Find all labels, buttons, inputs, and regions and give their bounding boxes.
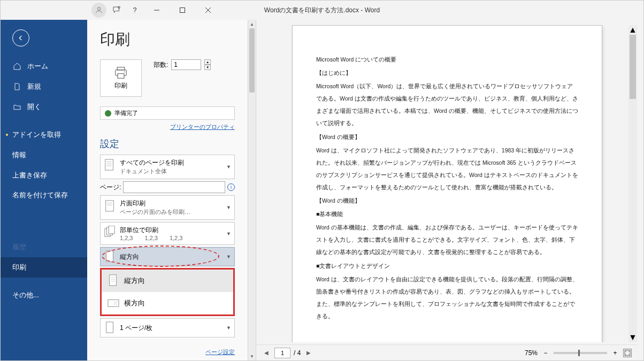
zoom-in-button[interactable]: + [611,349,619,357]
nav-other[interactable]: その他... [1,285,87,305]
nav-item-label: アドインを取得 [12,130,61,140]
nav-save-as[interactable]: 名前を付けて保存 [1,186,87,205]
svg-point-9 [124,71,125,72]
pages-input[interactable] [123,181,225,193]
prev-page-button[interactable]: ◀ [262,348,271,358]
setting-subtitle: ドキュメント全体 [120,167,231,175]
option-label: 縦方向 [124,276,145,286]
svg-rect-19 [109,226,114,234]
zoom-out-button[interactable]: − [542,349,549,357]
preview-text: 【はじめに】 [316,67,578,79]
nav-save[interactable]: 上書き保存 [1,165,87,186]
preview-text: Word の基本機能は、文書の作成、編集、および保存である。ユーザーは、キーボー… [316,221,578,258]
printer-status-box[interactable]: 準備完了 [100,106,235,120]
nav-item-label: 名前を付けて保存 [12,191,68,199]
print-button[interactable]: 印刷 [100,59,142,97]
settings-scrollbar[interactable]: ▲ ▼ [248,20,256,360]
feedback-icon[interactable] [109,2,125,18]
help-button[interactable]: ? [127,2,143,18]
preview-text: Word は、マイクロソフト社によって開発されたソフトウェアであり、1983 年… [316,144,578,194]
copies-input[interactable] [171,59,201,70]
copies-down-button[interactable]: ▼ [204,65,211,70]
svg-rect-20 [106,251,113,262]
svg-rect-28 [106,322,113,333]
svg-rect-21 [110,275,117,286]
nav-item-label: 上書き保存 [12,171,47,180]
current-page-input[interactable] [274,348,290,358]
copies-label: 部数: [154,60,168,70]
setting-title: 1 ページ/枚 [120,324,231,333]
preview-text: 【Word の機能】 [316,195,578,207]
close-button[interactable] [196,2,220,18]
nav-new[interactable]: 新規 [1,76,87,97]
total-pages-label: / 4 [294,349,301,357]
scroll-down-button[interactable]: ▼ [248,352,256,360]
print-preview-pane: Microsoft Word についての概要 【はじめに】 Microsoft … [256,20,643,360]
preview-canvas: Microsoft Word についての概要 【はじめに】 Microsoft … [267,25,627,342]
scroll-thumb[interactable] [249,28,255,93]
zoom-level-label: 75% [525,349,538,357]
setting-title: 部単位で印刷 [120,226,231,235]
setting-title: すべてのページを印刷 [120,158,231,167]
nav-home[interactable]: ホーム [1,56,87,76]
option-label: 横方向 [124,298,145,308]
nav-open[interactable]: 開く [1,97,87,117]
preview-text: Microsoft Word についての概要 [316,53,578,66]
orientation-option-portrait[interactable]: 縦方向 [102,270,233,292]
portrait-icon [107,274,119,288]
svg-point-0 [97,7,100,10]
preview-text: 【Word の概要】 [316,131,578,143]
nav-info[interactable]: 情報 [1,145,87,165]
nav-item-label: 履歴 [12,242,26,252]
account-icon[interactable] [91,3,106,18]
pages-icon [104,158,116,172]
chevron-down-icon: ▼ [226,325,231,331]
maximize-button[interactable] [171,2,194,18]
zoom-fit-button[interactable] [623,349,632,357]
chevron-down-icon: ▼ [226,231,231,236]
nav-item-label: 情報 [12,150,26,160]
zoom-slider[interactable] [554,352,607,354]
nav-print[interactable]: 印刷 [1,257,87,278]
folder-open-icon [12,102,22,112]
scroll-up-button[interactable]: ▲ [628,25,637,35]
info-icon[interactable]: i [227,183,235,191]
nav-item-label: 印刷 [12,263,26,272]
preview-text: ■基本機能 [316,208,578,220]
setting-orientation[interactable]: 縦方向 ▼ [100,247,235,266]
copies-up-button[interactable]: ▲ [204,59,211,65]
next-page-button[interactable]: ▶ [304,348,313,358]
nav-item-label: 開く [27,102,41,112]
svg-rect-25 [108,299,119,306]
scroll-up-button[interactable]: ▲ [248,20,256,28]
backstage-sidebar: ホーム 新規 開く アドインを取得 情報 上書き保存 名前を付けて保存 履歴 印… [1,20,87,360]
svg-rect-8 [118,73,124,78]
nav-item-label: 新規 [27,82,41,91]
page-title: 印刷 [100,29,235,50]
document-icon [12,82,22,91]
scroll-thumb[interactable] [630,35,636,99]
minimize-button[interactable] [145,2,168,18]
single-side-icon [104,199,116,213]
zoom-slider-handle[interactable] [578,350,580,356]
setting-collate[interactable]: 部単位で印刷 1,2,3 1,2,3 1,2,3 ▼ [100,222,235,245]
orientation-option-landscape[interactable]: 横方向 [102,292,233,314]
chevron-down-icon: ▼ [226,164,231,170]
printer-properties-link[interactable]: プリンターのプロパティ [100,123,235,131]
back-button[interactable] [12,29,29,47]
home-icon [12,62,22,71]
nav-item-label: ホーム [27,62,48,71]
nav-get-addins[interactable]: アドインを取得 [1,125,87,145]
page-setup-link[interactable]: ページ設定 [100,345,235,356]
setting-subtitle: 1,2,3 1,2,3 1,2,3 [120,235,231,241]
scroll-down-button[interactable]: ▼ [628,333,637,342]
setting-single-side[interactable]: 片面印刷 ページの片面のみを印刷… ▼ [100,195,235,220]
preview-scrollbar[interactable]: ▲ ▼ [628,25,637,342]
setting-pages-per-sheet[interactable]: 1 ページ/枚 ▼ [100,318,235,337]
landscape-icon [107,296,119,310]
setting-print-all-pages[interactable]: すべてのページを印刷 ドキュメント全体 ▼ [100,155,235,179]
setting-title: 縦方向 [120,252,231,262]
chevron-down-icon: ▼ [226,205,231,210]
preview-text: Word は、文書のレイアウトを自由に設定できる機能を提供している。段落の配置、… [316,273,578,322]
svg-rect-3 [180,8,185,13]
